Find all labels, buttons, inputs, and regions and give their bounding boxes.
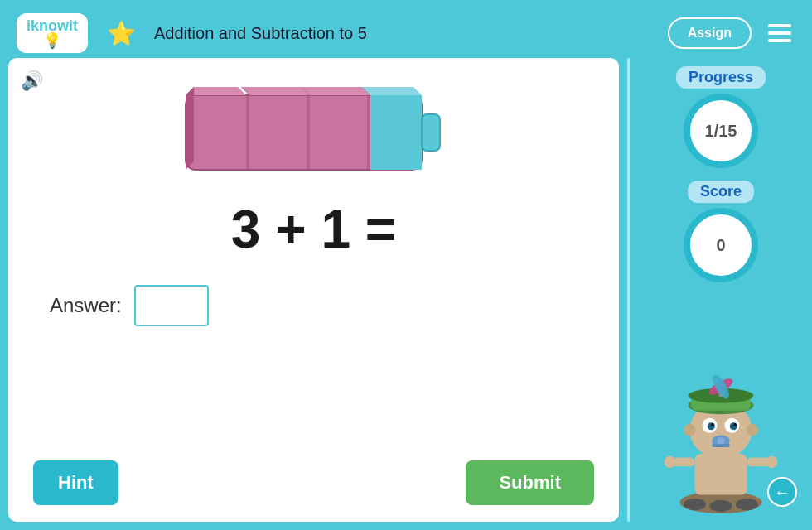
svg-point-19 xyxy=(710,500,732,512)
left-panel: 🔊 xyxy=(8,58,619,522)
svg-rect-1 xyxy=(246,95,249,170)
svg-point-20 xyxy=(736,499,758,510)
bottom-buttons: Hint Submit xyxy=(33,444,594,505)
hamburger-line xyxy=(768,39,791,42)
logo-bulb: 💡 xyxy=(43,33,61,48)
svg-rect-21 xyxy=(695,454,747,495)
right-panel: Progress 1/15 Score 0 xyxy=(638,58,804,522)
sound-icon[interactable]: 🔊 xyxy=(21,70,43,92)
svg-marker-11 xyxy=(362,87,422,95)
progress-section: Progress 1/15 xyxy=(676,66,766,168)
svg-point-39 xyxy=(733,423,737,426)
svg-marker-8 xyxy=(186,87,246,95)
logo-text: iknowit xyxy=(27,18,78,33)
progress-label: Progress xyxy=(676,66,766,89)
battery-illustration xyxy=(33,83,594,182)
svg-rect-3 xyxy=(367,95,370,170)
svg-point-44 xyxy=(747,424,758,436)
top-bar: iknowit 💡 ⭐ Addition and Subtraction to … xyxy=(8,8,804,58)
assign-button[interactable]: Assign xyxy=(668,17,752,49)
main-content: 🔊 xyxy=(8,58,804,522)
svg-rect-7 xyxy=(422,114,440,151)
submit-button[interactable]: Submit xyxy=(466,460,594,505)
hint-button[interactable]: Hint xyxy=(33,460,118,505)
battery-svg xyxy=(181,83,447,182)
svg-point-18 xyxy=(684,499,706,510)
svg-rect-6 xyxy=(397,95,422,170)
svg-point-43 xyxy=(684,424,695,436)
svg-marker-12 xyxy=(186,87,194,170)
svg-rect-42 xyxy=(712,444,730,447)
back-arrow-button[interactable]: ← xyxy=(767,477,797,507)
math-equation: 3 + 1 = xyxy=(33,199,594,260)
svg-rect-2 xyxy=(307,95,310,170)
svg-marker-10 xyxy=(302,87,370,95)
hamburger-line xyxy=(768,31,791,35)
app-frame: iknowit 💡 ⭐ Addition and Subtraction to … xyxy=(0,0,812,530)
score-section: Score 0 xyxy=(684,181,758,282)
answer-label: Answer: xyxy=(50,294,122,317)
divider xyxy=(627,58,630,522)
svg-point-24 xyxy=(665,456,676,468)
svg-point-25 xyxy=(766,456,777,468)
score-gauge: 0 xyxy=(684,208,758,282)
svg-point-38 xyxy=(711,423,714,426)
robot-container: ← xyxy=(638,295,804,513)
svg-point-37 xyxy=(730,422,737,430)
score-label: Score xyxy=(688,181,754,203)
svg-point-41 xyxy=(718,437,725,445)
logo: iknowit 💡 xyxy=(17,13,88,53)
progress-gauge: 1/15 xyxy=(684,94,758,168)
lesson-title: Addition and Subtraction to 5 xyxy=(154,24,655,43)
menu-button[interactable] xyxy=(764,20,795,46)
star-icon: ⭐ xyxy=(100,12,142,54)
hamburger-line xyxy=(768,24,791,27)
svg-point-36 xyxy=(708,422,715,430)
answer-input[interactable] xyxy=(134,285,209,326)
svg-marker-9 xyxy=(241,87,310,95)
answer-row: Answer: xyxy=(50,285,594,326)
